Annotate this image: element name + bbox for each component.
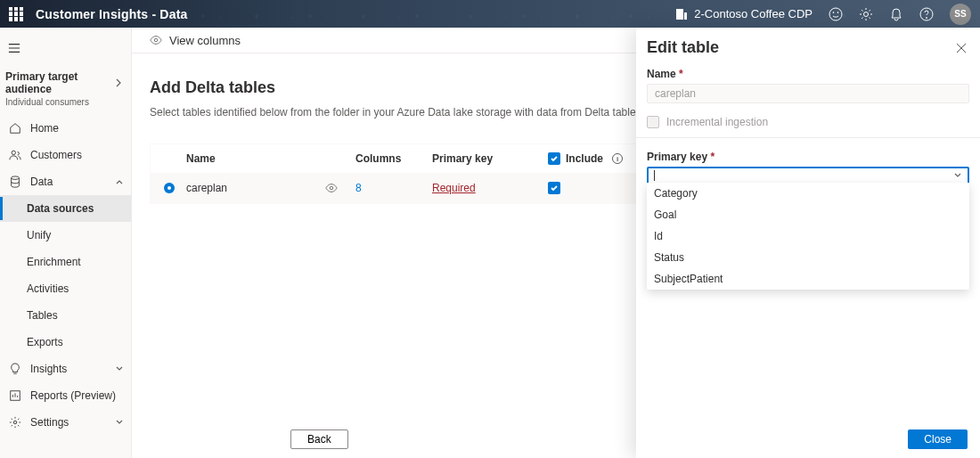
nav-label: Activities [27,282,69,295]
col-header-include: Include [566,152,603,165]
audience-label: Primary target audience [5,70,122,96]
chevron-down-icon [115,364,124,373]
primary-key-label: Primary key * [647,151,969,163]
nav-label: Data sources [27,202,94,215]
dropdown-item-subjectpatient[interactable]: SubjectPatient [647,268,969,290]
svg-point-11 [330,186,333,190]
nav-label: Data [30,176,53,188]
panel-title: Edit table [647,38,719,57]
info-icon[interactable]: i [612,153,623,164]
nav-label: Enrichment [27,256,81,268]
org-selector[interactable]: 2-Contoso Coffee CDP [674,7,813,21]
avatar[interactable]: SS [950,4,971,25]
dropdown-item-status[interactable]: Status [647,247,969,268]
row-name: careplan [186,182,227,194]
nav-label: Reports (Preview) [30,389,116,402]
nav-activities[interactable]: Activities [0,275,131,302]
nav-label: Exports [27,336,63,348]
svg-point-9 [13,421,17,424]
audience-sub: Individual consumers [5,97,122,108]
incremental-label: Incremental ingestion [666,116,768,128]
chevron-down-icon[interactable] [953,171,962,180]
nav-settings[interactable]: Settings [0,409,131,436]
brand-title: Customer Insights - Data [36,7,188,21]
svg-point-10 [154,38,158,42]
svg-point-0 [829,8,842,20]
chevron-down-icon [115,418,124,427]
edit-table-panel: Edit table Name * Incremental ingestion … [636,28,980,458]
nav-data[interactable]: Data [0,168,131,195]
nav-label: Tables [27,309,58,322]
gear-icon [9,416,21,429]
nav-insights[interactable]: Insights [0,356,131,382]
nav-enrichment[interactable]: Enrichment [0,249,131,275]
nav-reports[interactable]: Reports (Preview) [0,382,131,409]
svg-point-2 [837,12,838,12]
nav-label: Customers [30,149,82,161]
eye-icon [150,34,162,46]
divider [636,137,980,138]
gear-icon[interactable] [859,7,873,21]
nav-exports[interactable]: Exports [0,329,131,356]
app-launcher-icon[interactable] [9,7,23,21]
smiley-icon[interactable] [829,7,843,21]
svg-point-7 [12,176,20,180]
primary-key-combobox[interactable]: Category Goal Id Status SubjectPatient [647,167,969,184]
svg-point-3 [864,12,869,16]
people-icon [9,149,21,161]
col-header-columns: Columns [355,152,432,165]
primary-key-required-link[interactable]: Required [432,182,476,194]
primary-key-dropdown: Category Goal Id Status SubjectPatient [647,183,969,290]
col-header-primary-key: Primary key [432,152,548,165]
incremental-checkbox [647,116,659,128]
primary-key-input[interactable] [654,169,953,182]
nav-label: Settings [30,416,69,429]
svg-point-5 [927,17,927,18]
audience-selector[interactable]: Primary target audience Individual consu… [0,69,131,115]
bell-icon[interactable] [889,7,903,21]
row-selected-indicator [164,183,175,193]
name-field [647,84,969,103]
nav-data-sources[interactable]: Data sources [0,195,131,222]
chevron-right-icon [113,78,124,88]
nav-label: Insights [30,363,67,375]
report-icon [9,389,21,402]
close-button[interactable]: Close [908,429,968,449]
top-bar: Customer Insights - Data 2-Contoso Coffe… [0,0,980,28]
eye-icon[interactable] [325,182,338,194]
close-icon[interactable] [955,42,968,54]
dropdown-item-id[interactable]: Id [647,225,969,247]
columns-link[interactable]: 8 [355,182,362,194]
lightbulb-icon [9,363,21,375]
name-label: Name * [647,68,969,80]
building-icon [674,7,689,21]
nav-customers[interactable]: Customers [0,142,131,168]
nav-unify[interactable]: Unify [0,222,131,249]
help-icon[interactable] [919,7,934,21]
sidebar: Primary target audience Individual consu… [0,28,132,458]
svg-point-1 [833,12,834,12]
col-header-name: Name [186,152,355,165]
org-name: 2-Contoso Coffee CDP [694,7,813,20]
nav-tables[interactable]: Tables [0,302,131,329]
database-icon [9,176,21,188]
svg-point-6 [12,151,15,154]
include-checkbox[interactable] [548,182,560,194]
dropdown-item-category[interactable]: Category [647,183,969,204]
nav-home[interactable]: Home [0,115,131,142]
view-columns-link[interactable]: View columns [169,34,241,47]
chevron-up-icon [115,177,124,186]
dropdown-item-goal[interactable]: Goal [647,204,969,225]
hamburger-button[interactable] [0,28,131,69]
include-all-checkbox[interactable] [548,152,560,165]
nav-label: Unify [27,229,51,241]
nav-label: Home [30,122,59,135]
home-icon [9,122,21,135]
back-button[interactable]: Back [290,429,348,449]
